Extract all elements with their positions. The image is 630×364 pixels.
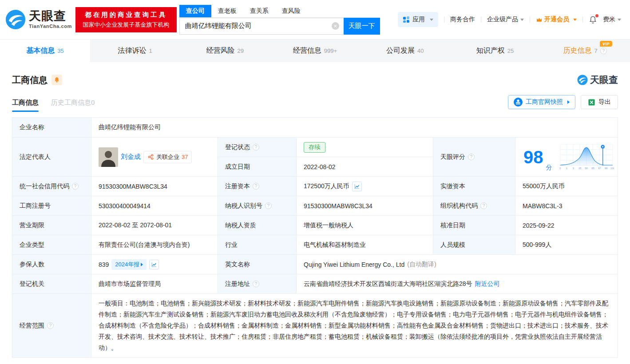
- main-content: 工商信息 天眼查 工商信息 历史工商信息0: [0, 62, 630, 358]
- company-type-value: 有限责任公司(台港澳与境内合资): [91, 235, 218, 255]
- svg-text:85: 85: [591, 167, 594, 170]
- industry-label: 行业: [218, 235, 297, 255]
- help-icon[interactable]: ?: [253, 144, 259, 150]
- english-name-label: 英文名称: [218, 255, 297, 274]
- help-icon[interactable]: ?: [468, 154, 475, 160]
- tianyancha-logo[interactable]: 天眼查 TianYanCha.com: [5, 9, 72, 30]
- industry-value: 电气机械和器材制造业: [297, 235, 433, 255]
- svg-text:99: 99: [604, 167, 607, 170]
- help-icon[interactable]: ?: [253, 281, 259, 287]
- nearby-companies-link[interactable]: 附近公司: [475, 280, 500, 288]
- insured-trend-chart-icon[interactable]: [149, 260, 159, 269]
- nav-business-cooperation[interactable]: 商务合作: [450, 16, 475, 24]
- reg-status-label: 登记状态?: [218, 138, 297, 157]
- score-distribution-chart[interactable]: 0 1 3 15 50 85 97 99 100: [559, 142, 614, 172]
- svg-text:50: 50: [585, 167, 588, 170]
- insured-value: 839 2024年报: [91, 255, 218, 274]
- tab-legal-litigation[interactable]: 法律诉讼 1: [90, 40, 180, 62]
- section-title: 工商信息: [12, 74, 48, 86]
- reg-status-value: 存续: [297, 138, 433, 157]
- nav-enterprise-products[interactable]: 企业级产品: [487, 16, 524, 24]
- legal-rep-value: 刘金成 关联企业 37: [91, 138, 218, 177]
- legal-rep-avatar[interactable]: [99, 147, 118, 167]
- legal-rep-label: 法定代表人: [12, 138, 91, 177]
- search-tab-relation[interactable]: 查关系: [243, 5, 275, 17]
- line-chart-icon: [151, 261, 157, 268]
- stamp-icon: [514, 98, 523, 107]
- paid-capital-value: 55000万人民币: [515, 177, 618, 196]
- svg-text:1: 1: [566, 167, 567, 170]
- clear-icon[interactable]: ×: [332, 22, 339, 30]
- monitor-bell-icon[interactable]: [52, 75, 62, 85]
- search-input[interactable]: [180, 22, 332, 30]
- search-tab-risk[interactable]: 查风险: [275, 5, 307, 17]
- status-badge: 存续: [304, 142, 325, 153]
- svg-text:97: 97: [598, 167, 601, 170]
- help-icon[interactable]: ?: [480, 202, 487, 209]
- chevron-down-icon: [618, 19, 621, 21]
- company-tab-bar: 基本信息 35 法律诉讼 1 经营风险 29 经营信息 999+ 公司发展 40…: [0, 39, 630, 62]
- tianyancha-logo-icon: [5, 9, 26, 30]
- address-value: 云南省曲靖经济技术开发区西城街道大海哨社区湖滨北路28号 附近公司: [297, 274, 618, 294]
- search-input-box: ×: [179, 18, 344, 35]
- svg-text:15: 15: [578, 167, 581, 170]
- svg-text:100: 100: [610, 167, 614, 170]
- svg-text:0: 0: [559, 167, 561, 170]
- bell-icon: [54, 77, 60, 83]
- search-tab-bar: 查公司 查老板 查关系 查风险: [179, 5, 380, 18]
- official-snapshot-button[interactable]: 工商官网快照: [508, 95, 575, 109]
- subtab-business-info[interactable]: 工商信息: [12, 99, 39, 112]
- taxpayer-id-label: 纳税人识别号?: [218, 196, 297, 216]
- help-icon[interactable]: ?: [265, 202, 272, 209]
- tab-basic-info[interactable]: 基本信息 35: [0, 40, 90, 62]
- related-companies-badge[interactable]: 关联企业 37: [143, 151, 192, 163]
- relation-graph-icon: [147, 154, 154, 160]
- export-button[interactable]: 导出: [581, 95, 618, 109]
- apps-grid-icon: [403, 16, 410, 23]
- tab-intellectual-property[interactable]: 知识产权 25: [450, 40, 540, 62]
- brand-domain: TianYanCha.com: [29, 24, 72, 29]
- chevron-down-icon: [520, 19, 524, 21]
- score-axis-labels: 0 1 3 15 50 85 97 99 100: [559, 167, 614, 170]
- subtab-history-business-info[interactable]: 历史工商信息0: [51, 99, 95, 112]
- help-icon[interactable]: ?: [72, 183, 79, 190]
- search-tab-company[interactable]: 查公司: [179, 5, 211, 17]
- help-icon[interactable]: ?: [600, 47, 607, 54]
- company-name-label: 企业名称: [12, 118, 91, 138]
- taxpayer-quality-label: 纳税人资质: [218, 216, 297, 235]
- scope-label: 经营范围?: [12, 294, 91, 358]
- tianyancha-watermark-icon: [577, 75, 588, 85]
- capital-trend-chart-icon[interactable]: [352, 182, 362, 191]
- notification-bell-icon[interactable]: [589, 16, 597, 24]
- credit-code-label: 统一社会信用代码?: [12, 177, 91, 196]
- business-info-table: 企业名称 曲靖亿纬锂能有限公司 法定代表人 刘金成 关联企业 37: [12, 117, 618, 358]
- est-date-label: 成立日期: [218, 157, 297, 177]
- chevron-down-icon: [430, 19, 433, 21]
- score-label: 天眼评分?: [433, 138, 515, 177]
- user-menu[interactable]: 费米: [603, 16, 621, 24]
- search-button[interactable]: 天眼一下: [344, 18, 380, 35]
- tab-company-development[interactable]: 公司发展 40: [360, 40, 450, 62]
- tab-operation-risk[interactable]: 经营风险 29: [180, 40, 270, 62]
- arrow-right-icon: [141, 263, 143, 266]
- tab-operation-info[interactable]: 经营信息 999+: [270, 40, 360, 62]
- help-icon[interactable]: ?: [253, 183, 259, 190]
- legal-rep-name-link[interactable]: 刘金成: [121, 153, 141, 161]
- taxpayer-quality-value: 增值税一般纳税人: [297, 216, 433, 235]
- top-navigation: 应用 商务合作 企业级产品 开通会员 费米: [398, 12, 621, 27]
- company-name-value: 曲靖亿纬锂能有限公司: [91, 118, 618, 138]
- reg-capital-value: 172500万人民币: [297, 177, 433, 196]
- help-icon[interactable]: ?: [47, 322, 54, 329]
- staff-size-label: 人员规模: [433, 235, 515, 255]
- divider: [530, 16, 530, 23]
- business-term-value: 2022-08-02 至 2072-08-01: [91, 216, 218, 235]
- nav-open-vip[interactable]: 开通会员: [536, 16, 577, 24]
- company-type-label: 企业类型: [12, 235, 91, 255]
- notification-dot: [595, 14, 598, 17]
- search-tab-boss[interactable]: 查老板: [211, 5, 243, 17]
- annual-report-badge[interactable]: 2024年报: [111, 259, 147, 270]
- brand-name: 天眼查: [29, 10, 72, 22]
- tab-history-info[interactable]: VIP 历史信息 7 ?: [540, 40, 630, 62]
- score-value: 98 分: [515, 138, 618, 177]
- apps-menu[interactable]: 应用: [398, 12, 438, 27]
